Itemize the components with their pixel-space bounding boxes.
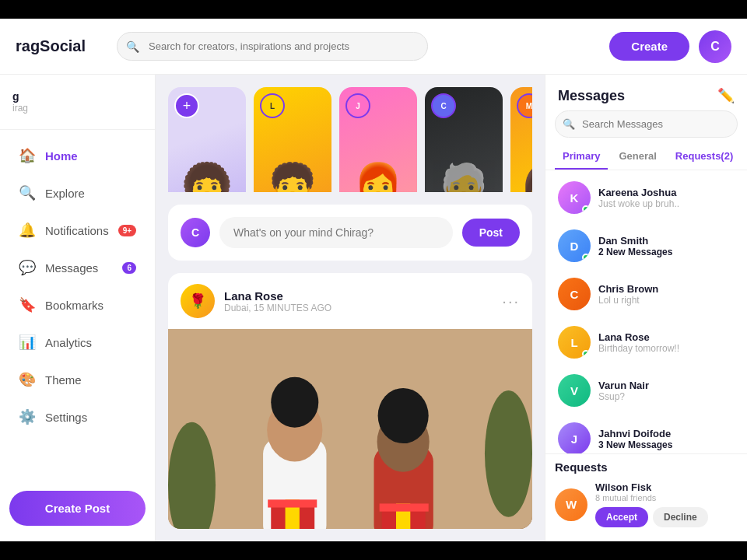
req-info-wilson: Wilson Fisk 8 mutual friends Accept Decl… bbox=[595, 481, 738, 527]
sidebar-item-analytics[interactable]: 📊 Analytics bbox=[6, 324, 149, 360]
post-image-scene bbox=[168, 329, 532, 529]
tab-primary[interactable]: Primary bbox=[555, 144, 608, 170]
story-celina[interactable]: 🧑‍🦳 C Celina Fernandes bbox=[425, 87, 503, 192]
sidebar-username: g bbox=[12, 90, 142, 103]
chat-icon: 💬 bbox=[19, 259, 36, 276]
post-author-avatar: 🌹 bbox=[181, 284, 215, 318]
message-item-jahnvi[interactable]: J Jahnvi Doifode 3 New Messages bbox=[552, 415, 741, 453]
messages-search-bar: 🔍 bbox=[555, 110, 738, 138]
story-lilla[interactable]: 🧑‍🦱 L Lilla James bbox=[254, 87, 331, 192]
post-button[interactable]: Post bbox=[462, 219, 520, 247]
sidebar-item-home[interactable]: 🏠 Home bbox=[6, 138, 149, 173]
feed: 👩‍🦱 + Your Story 🧑‍🦱 L Lilla James bbox=[156, 75, 545, 541]
msg-preview-varun: Ssup? bbox=[598, 391, 735, 402]
messages-panel: Messages ✏️ 🔍 Primary General Requests(2… bbox=[545, 75, 747, 541]
topbar-actions: Create C bbox=[609, 30, 731, 63]
accept-button-wilson[interactable]: Accept bbox=[595, 507, 648, 527]
feed-post-1: 🌹 Lana Rose Dubai, 15 MINUTES AGO ··· bbox=[168, 273, 532, 529]
post-location: Dubai bbox=[224, 303, 248, 313]
main-layout: g irag 🏠 Home 🔍 Explore 🔔 Notifications … bbox=[0, 75, 747, 541]
sidebar-item-messages[interactable]: 💬 Messages 6 bbox=[6, 250, 149, 285]
svg-point-11 bbox=[378, 388, 429, 443]
message-item-kareena[interactable]: K Kareena Joshua Just woke up bruh.. bbox=[552, 173, 741, 222]
topbar: ragSocial 🔍 Create C bbox=[0, 19, 747, 75]
msg-name-dan: Dan Smith bbox=[598, 235, 735, 247]
request-item-wilson: W Wilson Fisk 8 mutual friends Accept De… bbox=[555, 481, 738, 527]
messages-header: Messages ✏️ bbox=[545, 75, 747, 110]
sidebar-messages-label: Messages bbox=[45, 261, 98, 275]
messages-search-icon: 🔍 bbox=[563, 118, 575, 130]
post-meta: Lana Rose Dubai, 15 MINUTES AGO bbox=[224, 289, 493, 313]
story-avatar-celina: C bbox=[431, 93, 456, 118]
sidebar-handle: irag bbox=[12, 103, 142, 114]
msg-preview-lana: Birthday tomorrow!! bbox=[598, 343, 735, 354]
messages-tabs: Primary General Requests(2) bbox=[545, 144, 747, 170]
home-icon: 🏠 bbox=[19, 147, 36, 164]
bell-icon: 🔔 bbox=[19, 222, 36, 239]
create-button[interactable]: Create bbox=[609, 32, 689, 61]
sidebar-item-bookmarks[interactable]: 🔖 Bookmarks bbox=[6, 287, 149, 323]
story-your-story[interactable]: 👩‍🦱 + Your Story bbox=[168, 87, 246, 192]
post-more-button[interactable]: ··· bbox=[502, 292, 520, 310]
story-jasmine[interactable]: 👩‍🦰 J Jasmine Singh bbox=[339, 87, 417, 192]
search-container: 🔍 bbox=[117, 32, 428, 61]
svg-rect-7 bbox=[268, 500, 317, 508]
search-input[interactable] bbox=[117, 32, 428, 61]
msg-avatar-dan: D bbox=[558, 229, 591, 262]
notifications-badge: 9+ bbox=[118, 225, 136, 236]
post-location-time: Dubai, 15 MINUTES AGO bbox=[224, 303, 493, 313]
sidebar-item-theme[interactable]: 🎨 Theme bbox=[6, 362, 149, 397]
sidebar-item-explore[interactable]: 🔍 Explore bbox=[6, 175, 149, 211]
svg-rect-14 bbox=[380, 504, 429, 512]
msg-avatar-lana: L bbox=[558, 326, 591, 359]
post-time: 15 MINUTES AGO bbox=[254, 303, 331, 313]
message-item-chris[interactable]: C Chris Brown Lol u right bbox=[552, 270, 741, 318]
post-author-name: Lana Rose bbox=[224, 289, 493, 303]
sidebar-user: g irag bbox=[0, 90, 155, 130]
messages-compose-icon[interactable]: ✏️ bbox=[717, 87, 735, 104]
messages-badge: 6 bbox=[122, 262, 136, 274]
tab-requests[interactable]: Requests(2) bbox=[668, 144, 741, 170]
msg-info-chris: Chris Brown Lol u right bbox=[598, 283, 735, 306]
msg-avatar-varun: V bbox=[558, 374, 591, 407]
message-item-lana[interactable]: L Lana Rose Birthday tomorrow!! bbox=[552, 318, 741, 366]
post-compose-box: C Post bbox=[168, 205, 532, 261]
sidebar-explore-label: Explore bbox=[45, 187, 85, 200]
sidebar-bookmarks-label: Bookmarks bbox=[45, 299, 103, 312]
sidebar-item-notifications[interactable]: 🔔 Notifications 9+ bbox=[6, 212, 149, 248]
sidebar-notifications-label: Notifications bbox=[45, 224, 109, 237]
create-post-button[interactable]: Create Post bbox=[9, 491, 146, 526]
tab-general[interactable]: General bbox=[611, 144, 664, 170]
msg-info-kareena: Kareena Joshua Just woke up bruh.. bbox=[598, 187, 735, 209]
decline-button-wilson[interactable]: Decline bbox=[653, 507, 708, 527]
messages-search-input[interactable] bbox=[555, 110, 738, 138]
message-item-dan[interactable]: D Dan Smith 2 New Messages bbox=[552, 222, 741, 270]
sidebar-item-settings[interactable]: ⚙️ Settings bbox=[6, 399, 149, 435]
sidebar-theme-label: Theme bbox=[45, 373, 82, 387]
msg-preview-chris: Lol u right bbox=[598, 295, 735, 306]
app-logo: ragSocial bbox=[16, 37, 86, 55]
post-author-avatar-inner: 🌹 bbox=[181, 284, 215, 318]
req-avatar-wilson: W bbox=[555, 488, 587, 521]
req-sub-wilson: 8 mutual friends bbox=[595, 493, 738, 502]
story-mia[interactable]: 👩 M Mia Addams bbox=[510, 87, 532, 192]
svg-point-4 bbox=[271, 377, 318, 428]
req-actions-wilson: Accept Decline bbox=[595, 507, 738, 527]
message-item-varun[interactable]: V Varun Nair Ssup? bbox=[552, 366, 741, 415]
search-icon: 🔍 bbox=[126, 40, 139, 53]
requests-section: Requests W Wilson Fisk 8 mutual friends … bbox=[545, 453, 747, 541]
msg-info-jahnvi: Jahnvi Doifode 3 New Messages bbox=[598, 428, 735, 450]
user-avatar[interactable]: C bbox=[699, 30, 731, 63]
explore-icon: 🔍 bbox=[19, 184, 36, 201]
post-image-svg bbox=[168, 329, 532, 529]
msg-avatar-chris: C bbox=[558, 278, 591, 310]
messages-list: K Kareena Joshua Just woke up bruh.. D D… bbox=[545, 173, 747, 453]
msg-info-varun: Varun Nair Ssup? bbox=[598, 380, 735, 402]
analytics-icon: 📊 bbox=[19, 334, 36, 351]
msg-name-jahnvi: Jahnvi Doifode bbox=[598, 428, 735, 439]
online-dot-dan bbox=[582, 254, 590, 261]
story-avatar-jasmine: J bbox=[345, 93, 370, 118]
compose-input[interactable] bbox=[219, 217, 453, 248]
theme-icon: 🎨 bbox=[19, 371, 36, 388]
msg-name-varun: Varun Nair bbox=[598, 380, 735, 391]
